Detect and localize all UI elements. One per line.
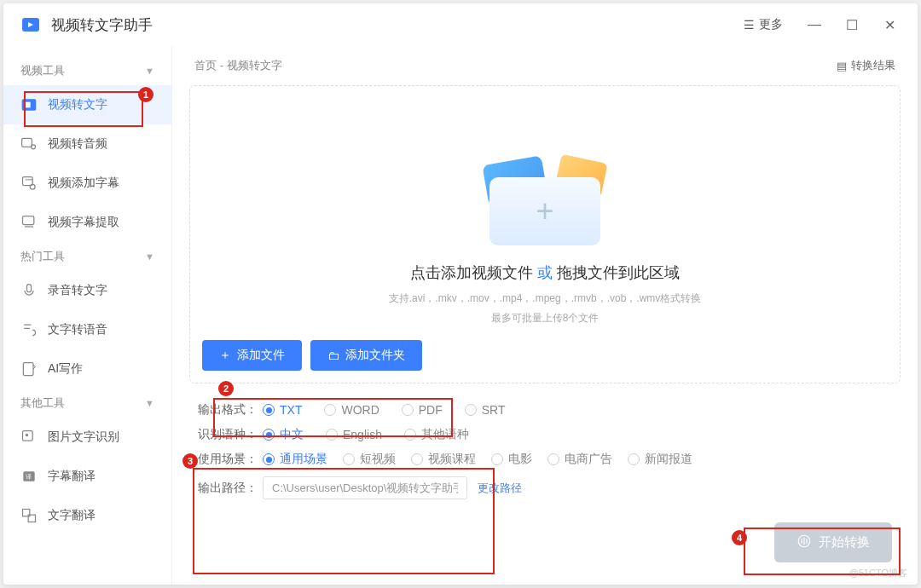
section-header-other[interactable]: 其他工具▼ <box>3 389 171 418</box>
svg-rect-2 <box>25 102 31 108</box>
sidebar-item-label: 文字翻译 <box>48 508 96 523</box>
sidebar-item-subtitle-translate[interactable]: 译 字幕翻译 <box>3 457 171 496</box>
start-convert-button[interactable]: 开始转换 <box>774 522 892 562</box>
scene-label: 使用场景： <box>198 452 263 467</box>
format-label: 输出格式： <box>198 402 263 418</box>
output-path-row: 输出路径： 更改路径 <box>198 476 892 499</box>
maximize-button[interactable]: ☐ <box>839 12 865 37</box>
lang-other[interactable]: 其他语种 <box>404 427 469 442</box>
change-path-link[interactable]: 更改路径 <box>478 481 522 496</box>
text-translate-icon <box>20 507 38 524</box>
ai-writing-icon <box>20 360 38 378</box>
svg-rect-9 <box>23 363 33 376</box>
language-row: 识别语种： 中文 English 其他语种 <box>198 427 892 442</box>
more-button[interactable]: ☰ 更多 <box>737 14 790 36</box>
sidebar-item-ai-writing[interactable]: AI写作 <box>3 349 171 389</box>
scene-news[interactable]: 新闻报道 <box>628 452 692 467</box>
sidebar-item-label: 视频字幕提取 <box>48 215 119 230</box>
sidebar-item-add-subtitle[interactable]: 视频添加字幕 <box>3 164 171 203</box>
sidebar-item-label: 视频转文字 <box>48 97 107 112</box>
svg-point-11 <box>26 434 28 436</box>
chevron-down-icon: ▼ <box>145 398 154 408</box>
main-panel: 首页 - 视频转文字 ▤ 转换结果 + 点击添加视频文件 或 拖拽文件到此区域 <box>172 46 918 585</box>
sidebar-item-label: 视频转音频 <box>48 136 107 152</box>
upload-limit: 最多可批量上传8个文件 <box>491 311 600 326</box>
folder-icon: 🗀 <box>327 349 339 362</box>
result-link[interactable]: ▤ 转换结果 <box>837 58 895 73</box>
convert-icon <box>796 533 812 551</box>
add-folder-button[interactable]: 🗀 添加文件夹 <box>310 340 422 371</box>
lang-en[interactable]: English <box>326 428 382 441</box>
sidebar-item-label: 视频添加字幕 <box>48 176 119 191</box>
scene-row: 使用场景： 通用场景 短视频 视频课程 电影 电商广告 新闻报道 <box>198 452 892 467</box>
sidebar-item-audio-to-text[interactable]: 录音转文字 <box>3 271 171 310</box>
section-header-hot[interactable]: 热门工具▼ <box>3 242 171 271</box>
svg-rect-8 <box>27 285 32 292</box>
watermark: @51CTO博客 <box>849 567 907 579</box>
app-title: 视频转文字助手 <box>51 15 153 35</box>
annotation-4: 4 <box>732 530 747 545</box>
section-header-video[interactable]: 视频工具▼ <box>3 56 171 85</box>
minimize-button[interactable]: — <box>802 12 827 37</box>
sidebar-item-label: 录音转文字 <box>48 283 107 298</box>
sidebar-item-label: 图片文字识别 <box>48 429 119 445</box>
video-to-text-icon <box>20 96 38 113</box>
path-label: 输出路径： <box>198 481 263 496</box>
video-to-audio-icon <box>20 135 38 153</box>
lang-zh[interactable]: 中文 <box>263 427 304 442</box>
svg-text:译: 译 <box>26 474 32 480</box>
svg-rect-3 <box>22 138 32 147</box>
scene-ad[interactable]: 电商广告 <box>547 452 612 467</box>
scene-movie[interactable]: 电影 <box>491 452 532 467</box>
output-path-input[interactable] <box>263 476 467 499</box>
sidebar-item-ocr[interactable]: 图片文字识别 <box>3 418 171 457</box>
sidebar-item-extract-subtitle[interactable]: 视频字幕提取 <box>3 203 171 242</box>
plus-icon: ＋ <box>219 348 231 363</box>
sidebar-item-label: AI写作 <box>48 361 83 377</box>
sidebar: 视频工具▼ 视频转文字 视频转音频 视频添加字幕 视频字幕提取 热门工具▼ <box>3 46 172 585</box>
svg-rect-5 <box>23 177 33 186</box>
options-panel: 输出格式： TXT WORD PDF SRT 识别语种： 中文 English … <box>189 401 901 510</box>
annotation-1: 1 <box>138 87 154 102</box>
titlebar: 视频转文字助手 ☰ 更多 — ☐ ✕ <box>3 3 918 46</box>
close-button[interactable]: ✕ <box>877 12 902 37</box>
format-word[interactable]: WORD <box>324 403 379 417</box>
lang-label: 识别语种： <box>198 427 263 442</box>
folder-illustration: + <box>477 143 613 245</box>
app-logo <box>19 13 43 37</box>
breadcrumb: 首页 - 视频转文字 <box>194 58 282 73</box>
document-icon: ▤ <box>837 60 847 72</box>
format-pdf[interactable]: PDF <box>402 403 443 417</box>
ocr-icon <box>20 429 38 446</box>
svg-rect-7 <box>23 216 34 225</box>
supported-formats: 支持.avi，.mkv，.mov，.mp4，.mpeg，.rmvb，.vob，.… <box>389 291 702 306</box>
sidebar-item-video-to-audio[interactable]: 视频转音频 <box>3 124 171 164</box>
drop-title: 点击添加视频文件 或 拖拽文件到此区域 <box>410 262 680 283</box>
chevron-down-icon: ▼ <box>145 66 154 76</box>
extract-subtitle-icon <box>20 214 38 231</box>
annotation-3: 3 <box>182 453 198 469</box>
scene-general[interactable]: 通用场景 <box>263 452 327 467</box>
format-srt[interactable]: SRT <box>465 403 506 417</box>
format-txt[interactable]: TXT <box>263 403 302 417</box>
add-subtitle-icon <box>20 175 38 192</box>
scene-short[interactable]: 短视频 <box>343 452 396 467</box>
sidebar-item-label: 字幕翻译 <box>48 469 96 484</box>
sidebar-item-text-to-speech[interactable]: 文字转语音 <box>3 310 171 349</box>
audio-to-text-icon <box>20 282 38 299</box>
text-to-speech-icon <box>20 321 38 338</box>
scene-course[interactable]: 视频课程 <box>411 452 476 467</box>
add-file-button[interactable]: ＋ 添加文件 <box>202 340 302 371</box>
hamburger-icon: ☰ <box>744 18 755 32</box>
sidebar-item-text-translate[interactable]: 文字翻译 <box>3 496 171 535</box>
chevron-down-icon: ▼ <box>145 251 154 262</box>
sidebar-item-label: 文字转语音 <box>48 322 107 337</box>
annotation-2: 2 <box>218 381 234 396</box>
output-format-row: 输出格式： TXT WORD PDF SRT <box>198 402 892 418</box>
subtitle-translate-icon: 译 <box>20 468 38 485</box>
dropzone[interactable]: + 点击添加视频文件 或 拖拽文件到此区域 支持.avi，.mkv，.mov，.… <box>189 85 901 383</box>
